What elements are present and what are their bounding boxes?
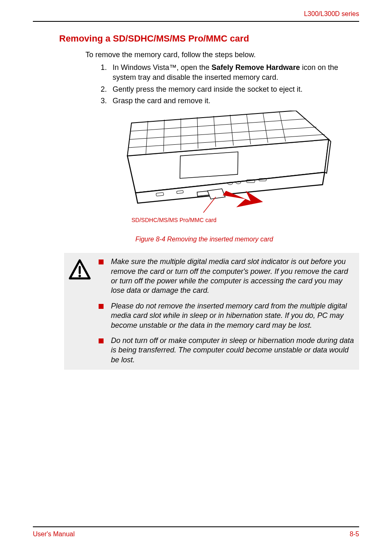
caution-list: Make sure the multiple digital media car… xyxy=(99,257,355,365)
footer: User's Manual 8-5 xyxy=(33,526,359,538)
laptop-illustration xyxy=(123,111,333,213)
figure-caption: Figure 8-4 Removing the inserted memory … xyxy=(66,236,343,243)
footer-right: 8-5 xyxy=(350,531,359,538)
bullet-icon xyxy=(99,304,104,309)
svg-line-15 xyxy=(203,197,216,213)
step-number: 3. xyxy=(95,96,107,106)
svg-point-23 xyxy=(78,275,81,277)
steps-list: 1. In Windows Vista™, open the Safely Re… xyxy=(95,63,359,106)
caution-box: Make sure the multiple digital media car… xyxy=(64,253,359,370)
step-item: 2. Gently press the memory card inside t… xyxy=(95,84,359,94)
caution-text: Please do not remove the inserted memory… xyxy=(111,301,355,330)
caution-text: Do not turn off or make computer in slee… xyxy=(111,336,355,365)
step-item: 1. In Windows Vista™, open the Safely Re… xyxy=(95,63,359,83)
figure-label: SD/SDHC/MS/MS Pro/MMC card xyxy=(131,217,333,223)
section-intro: To remove the memory card, follow the st… xyxy=(85,51,359,59)
step-item: 3. Grasp the card and remove it. xyxy=(95,96,359,106)
step-number: 1. xyxy=(95,63,107,83)
header-series-label: L300/L300D series xyxy=(33,10,359,18)
footer-left: User's Manual xyxy=(33,531,75,538)
step-number: 2. xyxy=(95,84,107,94)
bullet-icon xyxy=(99,259,104,264)
header-rule xyxy=(33,21,359,22)
caution-text: Make sure the multiple digital media car… xyxy=(111,257,355,296)
svg-rect-13 xyxy=(180,152,238,178)
step-text: Grasp the card and remove it. xyxy=(107,96,210,106)
warning-icon xyxy=(68,259,91,282)
caution-item: Do not turn off or make computer in slee… xyxy=(99,336,355,365)
step-text-bold: Safely Remove Hardware xyxy=(212,63,300,72)
step-text: In Windows Vista™, open the Safely Remov… xyxy=(107,63,359,83)
section-title: Removing a SD/SDHC/MS/MS Pro/MMC card xyxy=(59,33,359,44)
footer-rule xyxy=(33,526,359,527)
step-text: Gently press the memory card inside the … xyxy=(107,84,302,94)
caution-item: Please do not remove the inserted memory… xyxy=(99,301,355,330)
caution-item: Make sure the multiple digital media car… xyxy=(99,257,355,296)
figure-container: SD/SDHC/MS/MS Pro/MMC card xyxy=(123,111,333,223)
bullet-icon xyxy=(99,338,104,343)
step-text-prefix: In Windows Vista™, open the xyxy=(113,63,212,72)
